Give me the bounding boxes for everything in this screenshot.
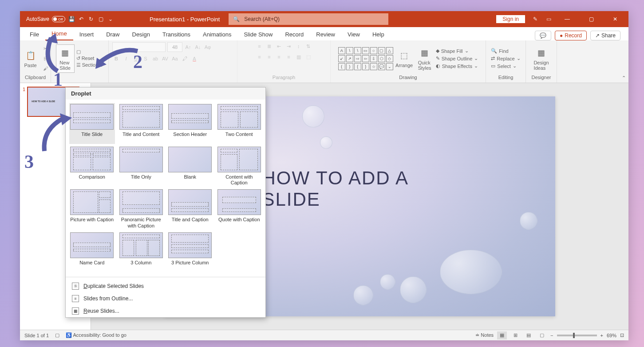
design-ideas-button[interactable]: ▦Design Ideas [532,45,551,72]
duplicate-slides-item[interactable]: ⎘Duplicate Selected Slides [66,280,265,292]
tab-home[interactable]: Home [45,28,73,40]
tab-transitions[interactable]: Transitions [156,28,197,40]
pen-icon[interactable]: ✎ [532,16,539,23]
shadow-icon[interactable]: ab [151,55,159,63]
layout-content-caption[interactable]: Content with Caption [217,146,262,187]
shapes-gallery[interactable]: A\\▭○▢△ ↙↗⇨⇦⇩⬡◇ (){}☆💬⌄ [338,47,393,70]
replace-button[interactable]: ⇄ Replace ⌄ [491,56,520,61]
indent-dec-icon[interactable]: ⇤ [275,42,283,50]
fit-window-icon[interactable]: ⊡ [620,332,624,338]
tab-file[interactable]: File [24,28,45,40]
numbering-icon[interactable]: ≣ [265,42,273,50]
zoom-level[interactable]: 69% [607,333,616,338]
quick-styles-button[interactable]: ▦Quick Styles [415,45,434,72]
tab-animations[interactable]: Animations [197,28,237,40]
underline-icon[interactable]: U [132,55,140,63]
normal-view-icon[interactable]: ▦ [497,331,507,339]
shape-diamond[interactable]: ◇ [386,55,393,62]
slides-from-outline-item[interactable]: ≡Slides from Outline... [66,292,265,305]
shape-roundrect[interactable]: ▢ [378,47,385,54]
layout-3-picture-column[interactable]: 3 Picture Column [167,231,213,272]
align-left-icon[interactable]: ≡ [256,53,264,61]
ribbon-mode-icon[interactable]: ▭ [545,16,552,23]
shape-arrow1[interactable]: ↙ [338,55,345,62]
layout-blank[interactable]: Blank [167,146,213,187]
shape-arrow4[interactable]: ⇦ [362,55,369,62]
font-size-select[interactable]: 48 [167,42,182,52]
tab-design[interactable]: Design [126,28,156,40]
tab-view[interactable]: View [341,28,366,40]
bold-icon[interactable]: B [112,55,120,63]
accessibility-status[interactable]: ♿ Accessibility: Good to go [66,332,126,338]
select-button[interactable]: ▭ Select ⌄ [491,63,520,69]
strikethrough-icon[interactable]: S [142,55,150,63]
smartart-icon[interactable]: ⬚ [304,53,312,61]
signin-button[interactable]: Sign in [496,15,525,24]
case-icon[interactable]: Aa [171,55,179,63]
toggle-switch[interactable]: Off [52,16,65,22]
zoom-in-icon[interactable]: + [601,333,603,338]
shape-triangle[interactable]: △ [386,47,393,54]
align-center-icon[interactable]: ≡ [265,53,273,61]
zoom-out-icon[interactable]: − [550,333,553,338]
zoom-slider[interactable] [557,335,597,336]
spacing-icon[interactable]: AV [161,55,169,63]
reset-button[interactable]: ↺ Reset [76,56,104,61]
justify-icon[interactable]: ≡ [285,53,293,61]
shape-callout[interactable]: 💬 [378,63,385,70]
new-slide-button[interactable]: ▦New Slide [56,44,75,73]
shape-fill-button[interactable]: ◆ Shape Fill ⌄ [436,48,478,54]
italic-icon[interactable]: I [122,55,130,63]
copy-icon[interactable]: ⎘ [42,55,50,63]
save-icon[interactable]: 💾 [68,16,75,23]
tab-review[interactable]: Review [310,28,341,40]
shape-textbox[interactable]: A [338,47,345,54]
autosave-toggle[interactable]: AutoSave Off [26,16,65,22]
shape-curve1[interactable]: ( [338,63,345,70]
redo-icon[interactable]: ↻ [87,16,95,23]
comments-button[interactable]: 💬 [535,31,551,40]
layout-picture-caption[interactable]: Picture with Caption [69,188,115,229]
shape-arrow2[interactable]: ↗ [346,55,353,62]
layout-comparison[interactable]: Comparison [69,146,115,187]
tab-help[interactable]: Help [366,28,391,40]
qat-more-icon[interactable]: ⌄ [107,16,114,23]
slide-title-text[interactable]: HOW TO ADD A SLIDE [262,168,458,210]
highlight-icon[interactable]: 🖍 [181,55,189,63]
tab-slideshow[interactable]: Slide Show [237,28,279,40]
arrange-button[interactable]: ⬚Arrange [395,48,414,70]
shape-arrow5[interactable]: ⇩ [370,55,377,62]
layout-panoramic-picture[interactable]: Panoramic Picture with Caption [119,188,164,229]
layout-section-header[interactable]: Section Header [167,103,213,144]
text-direction-icon[interactable]: ⇅ [304,42,312,50]
shape-star[interactable]: ☆ [370,63,377,70]
shape-effects-button[interactable]: ◐ Shape Effects ⌄ [436,63,478,69]
undo-icon[interactable]: ↶ [78,16,85,23]
collapse-ribbon-icon[interactable]: ⌃ [622,75,626,81]
columns-icon[interactable]: ▥ [295,53,303,61]
slideshow-view-icon[interactable]: ▢ [537,331,547,339]
format-painter-icon[interactable]: 🖌 [42,64,50,72]
layout-title-caption[interactable]: Title and Caption [167,188,213,229]
search-box[interactable]: 🔍 Search (Alt+Q) [229,13,388,25]
close-button[interactable]: ✕ [606,11,624,27]
present-icon[interactable]: ▢ [97,16,104,23]
reuse-slides-item[interactable]: ▦Reuse Slides... [66,305,265,317]
share-button[interactable]: ↗ Share [590,31,620,40]
minimize-button[interactable]: — [558,11,576,27]
bullets-icon[interactable]: ≡ [256,42,264,50]
cut-icon[interactable]: ✂ [42,45,50,53]
find-button[interactable]: 🔍 Find [491,48,520,54]
tab-record[interactable]: Record [279,28,310,40]
clear-format-icon[interactable]: Aφ [204,43,212,51]
section-button[interactable]: ☰ Section ⌄ [76,62,104,68]
tab-draw[interactable]: Draw [100,28,126,40]
layout-name-card[interactable]: Name Card [69,231,115,272]
notes-button[interactable]: ≐ Notes [475,332,494,338]
shape-brace2[interactable]: } [362,63,369,70]
shape-brace1[interactable]: { [354,63,361,70]
line-spacing-icon[interactable]: ↕ [295,42,303,50]
spellcheck-icon[interactable]: ▢ [55,332,59,338]
maximize-button[interactable]: ▢ [582,11,600,27]
layout-title-only[interactable]: Title Only [119,146,164,187]
